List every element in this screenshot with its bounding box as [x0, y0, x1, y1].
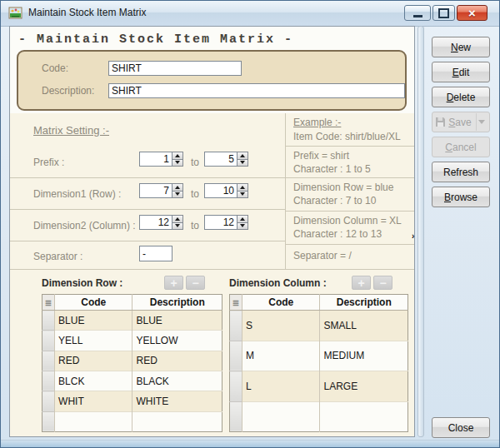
prefix-label: Prefix : — [33, 157, 64, 168]
prefix-to-spinner — [204, 152, 248, 167]
dimension-column-add-button[interactable]: + — [352, 276, 371, 290]
main-panel: - Maintain Stock Item Matrix - Code: Des… — [9, 26, 415, 437]
row-selector[interactable] — [230, 371, 242, 402]
page-title: - Maintain Stock Item Matrix - — [18, 32, 293, 47]
refresh-button[interactable]: Refresh — [432, 162, 490, 182]
grid-cell[interactable]: BLUE — [132, 311, 222, 331]
close-window-button[interactable]: × — [457, 5, 488, 21]
grid-cell[interactable]: SMALL — [320, 311, 408, 341]
dimension-column-table: ≣CodeDescriptionSSMALLMMEDIUMLLARGE — [229, 294, 408, 432]
button-label: New — [451, 42, 471, 53]
row-selector[interactable] — [42, 391, 55, 411]
down-arrow-icon — [240, 224, 245, 227]
grid-cell[interactable]: RED — [132, 351, 222, 371]
spin-up-button[interactable] — [238, 152, 248, 160]
dimension-row-add-button[interactable]: + — [164, 276, 183, 290]
spin-down-button[interactable] — [238, 192, 248, 199]
example-prefix-line2: Character : 1 to 5 — [293, 163, 371, 175]
grid-cell[interactable]: LARGE — [320, 371, 408, 402]
grid-cell[interactable]: S — [242, 311, 320, 341]
table-row: REDRED — [42, 351, 222, 371]
spin-up-button[interactable] — [238, 183, 248, 192]
row-selector[interactable] — [230, 341, 242, 371]
grid-header-row: ≣CodeDescription — [230, 295, 408, 311]
header-section: - Maintain Stock Item Matrix - Code: Des… — [10, 27, 414, 113]
grid-cell[interactable]: MEDIUM — [320, 341, 408, 371]
prefix-to-input[interactable] — [204, 152, 238, 167]
column-header[interactable]: Code — [55, 295, 132, 311]
spin-up-button[interactable] — [172, 215, 183, 223]
spin-up-button[interactable] — [172, 183, 183, 192]
button-label: Refresh — [443, 167, 478, 178]
column-header[interactable]: Description — [320, 295, 408, 311]
spin-down-button[interactable] — [238, 223, 248, 231]
save-button: Save — [432, 112, 490, 132]
grid-cell[interactable]: L — [242, 371, 320, 402]
browse-button[interactable]: Browse — [432, 187, 490, 207]
grid-cell[interactable]: BLACK — [132, 371, 222, 391]
app-icon — [8, 6, 23, 21]
dimension-row-remove-button[interactable]: − — [186, 276, 205, 290]
new-button[interactable]: New — [432, 37, 490, 57]
dimension2-to-input[interactable] — [204, 215, 238, 230]
column-header[interactable]: Description — [132, 295, 222, 311]
maximize-button[interactable] — [432, 5, 455, 21]
dimension-row-grid-label: Dimension Row : — [42, 277, 122, 289]
up-arrow-icon — [175, 186, 180, 189]
table-row: YELLYELLOW — [42, 331, 222, 351]
row-selector[interactable] — [42, 371, 55, 391]
spin-down-button[interactable] — [172, 192, 183, 199]
button-label: Delete — [447, 92, 476, 103]
separator-input[interactable] — [139, 246, 172, 261]
grid-cell[interactable]: BLCK — [55, 371, 132, 391]
down-arrow-icon — [175, 161, 180, 164]
grid-cell[interactable]: BLUE — [55, 311, 132, 331]
window-bottom-edge — [1, 440, 500, 448]
grid-cell[interactable]: YELLOW — [132, 331, 222, 351]
dimension1-to-input[interactable] — [204, 183, 238, 198]
down-arrow-icon — [175, 192, 180, 196]
example-item-code: Item Code: shirt/blue/XL — [293, 131, 401, 142]
grid-cell[interactable]: WHITE — [132, 391, 222, 411]
spin-down-button[interactable] — [172, 160, 183, 167]
dimension1-from-input[interactable] — [139, 183, 172, 198]
grid-cell[interactable]: M — [242, 341, 320, 371]
title-bar[interactable]: Maintain Stock Item Matrix × — [1, 1, 500, 27]
example-heading: Example :- — [293, 117, 341, 128]
dimension-column-grid-label: Dimension Column : — [229, 277, 327, 289]
table-row: WHITWHITE — [42, 391, 222, 411]
spin-down-button[interactable] — [238, 160, 248, 167]
prefix-from-input[interactable] — [139, 152, 172, 167]
dimension-column-remove-button[interactable]: − — [373, 276, 392, 290]
row-selector[interactable] — [42, 311, 55, 331]
example-dimcol-line2: Character : 12 to 13 — [293, 228, 382, 240]
spin-up-button[interactable] — [238, 215, 248, 223]
matrix-setting-heading: Matrix Setting :- — [33, 124, 109, 137]
grid-cell[interactable]: YELL — [55, 331, 132, 351]
example-dimcol-line1: Dimension Column = XL — [293, 215, 402, 226]
close-icon: × — [468, 7, 476, 19]
row-selector[interactable] — [42, 351, 55, 371]
to-label: to — [191, 188, 199, 200]
table-row: BLCKBLACK — [42, 371, 222, 391]
row-selector[interactable] — [42, 331, 55, 351]
panel-splitter[interactable]: › — [418, 26, 424, 437]
dimension2-from-input[interactable] — [139, 215, 172, 230]
grid-cell[interactable]: WHIT — [55, 391, 132, 411]
spin-up-button[interactable] — [172, 152, 183, 160]
grid-cell[interactable]: RED — [55, 351, 132, 371]
delete-button[interactable]: Delete — [432, 87, 490, 107]
column-header[interactable]: Code — [242, 295, 320, 311]
prefix-from-spinner — [139, 152, 183, 167]
code-input[interactable] — [108, 61, 242, 76]
minimize-button[interactable] — [404, 5, 431, 21]
dimension1-to-spinner — [204, 183, 248, 198]
dimension-row-table: ≣CodeDescriptionBLUEBLUEYELLYELLOWREDRED… — [42, 294, 222, 432]
edit-button[interactable]: Edit — [432, 62, 490, 82]
spin-down-button[interactable] — [172, 223, 183, 231]
table-row: SSMALL — [230, 311, 408, 341]
close-button[interactable]: Close — [432, 417, 490, 438]
description-input[interactable] — [108, 83, 405, 98]
row-selector[interactable] — [230, 311, 242, 341]
to-label: to — [191, 157, 199, 168]
